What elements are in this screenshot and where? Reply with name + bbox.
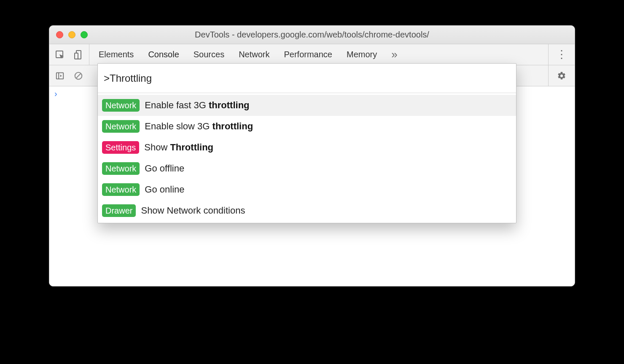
result-label: Show Throttling bbox=[144, 142, 213, 153]
result-label: Go offline bbox=[145, 163, 184, 174]
inspect-element-icon[interactable] bbox=[53, 48, 67, 62]
command-palette-prefix: > bbox=[104, 72, 110, 84]
tab-elements[interactable]: Elements bbox=[99, 50, 134, 59]
result-category-badge: Network bbox=[102, 183, 140, 196]
show-console-sidebar-icon[interactable] bbox=[53, 69, 67, 83]
tabs-overflow-button[interactable]: » bbox=[391, 48, 397, 61]
zoom-window-button[interactable] bbox=[81, 31, 88, 38]
command-palette-result[interactable]: NetworkEnable slow 3G throttling bbox=[98, 116, 516, 137]
window-title: DevTools - developers.google.com/web/too… bbox=[49, 30, 575, 40]
result-label: Go online bbox=[145, 184, 184, 195]
toolbar-left-group bbox=[49, 44, 89, 65]
result-category-badge: Drawer bbox=[102, 204, 136, 217]
result-label: Enable fast 3G throttling bbox=[145, 100, 249, 111]
devtools-toolbar: Elements Console Sources Network Perform… bbox=[49, 44, 575, 65]
traffic-lights bbox=[49, 31, 88, 38]
window-titlebar: DevTools - developers.google.com/web/too… bbox=[49, 26, 575, 44]
clear-console-icon[interactable] bbox=[71, 69, 86, 83]
svg-rect-2 bbox=[75, 53, 78, 59]
result-category-badge: Settings bbox=[102, 141, 139, 154]
tab-sources[interactable]: Sources bbox=[194, 50, 224, 59]
command-palette-result[interactable]: SettingsShow Throttling bbox=[98, 137, 516, 158]
result-label: Enable slow 3G throttling bbox=[145, 121, 253, 132]
result-label: Show Network conditions bbox=[141, 205, 245, 216]
tab-console[interactable]: Console bbox=[148, 50, 179, 59]
toolbar-right-group: ⋮ bbox=[548, 44, 575, 65]
command-palette-results: NetworkEnable fast 3G throttlingNetworkE… bbox=[98, 93, 516, 223]
devtools-tabs: Elements Console Sources Network Perform… bbox=[89, 44, 548, 65]
close-window-button[interactable] bbox=[56, 31, 63, 38]
devtools-window: DevTools - developers.google.com/web/too… bbox=[49, 25, 575, 286]
svg-line-6 bbox=[76, 73, 81, 78]
minimize-window-button[interactable] bbox=[68, 31, 75, 38]
subtoolbar-left bbox=[49, 65, 89, 86]
result-category-badge: Network bbox=[102, 162, 140, 175]
command-palette-result[interactable]: NetworkEnable fast 3G throttling bbox=[98, 95, 516, 116]
tab-memory[interactable]: Memory bbox=[347, 50, 377, 59]
console-settings-icon[interactable] bbox=[554, 69, 569, 83]
svg-rect-3 bbox=[56, 72, 64, 79]
result-category-badge: Network bbox=[102, 120, 140, 133]
console-panel: › > NetworkEnable fast 3G throttlingNetw… bbox=[49, 86, 575, 286]
command-palette-result[interactable]: NetworkGo online bbox=[98, 179, 516, 200]
command-palette-input[interactable] bbox=[110, 72, 510, 84]
command-palette-result[interactable]: NetworkGo offline bbox=[98, 158, 516, 179]
device-toolbar-icon[interactable] bbox=[71, 48, 86, 62]
subtoolbar-right bbox=[548, 65, 575, 86]
command-palette-input-row: > bbox=[98, 64, 516, 93]
command-palette: > NetworkEnable fast 3G throttlingNetwor… bbox=[97, 63, 516, 223]
console-prompt-marker: › bbox=[54, 89, 57, 98]
more-options-icon[interactable]: ⋮ bbox=[554, 48, 569, 62]
tab-performance[interactable]: Performance bbox=[284, 50, 333, 59]
command-palette-result[interactable]: DrawerShow Network conditions bbox=[98, 200, 516, 221]
result-category-badge: Network bbox=[102, 99, 140, 112]
tab-network[interactable]: Network bbox=[239, 50, 269, 59]
